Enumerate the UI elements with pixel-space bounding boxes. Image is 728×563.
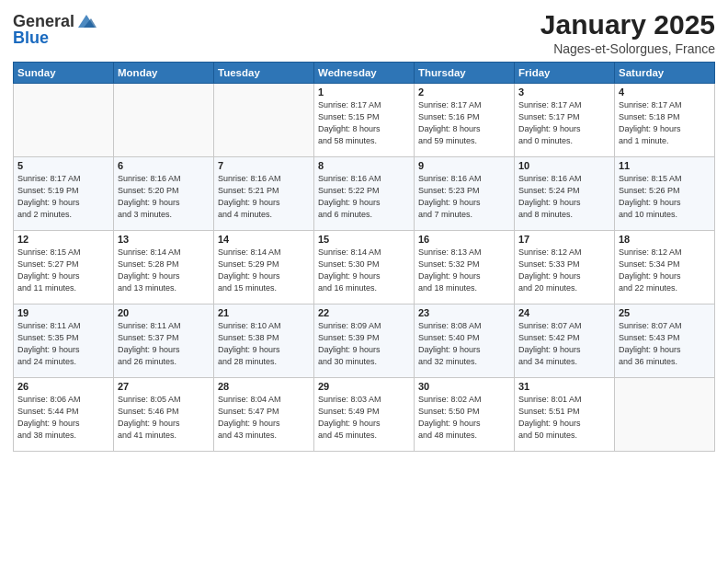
logo: General Blue <box>13 13 97 46</box>
table-row: 9Sunrise: 8:16 AMSunset: 5:23 PMDaylight… <box>415 157 515 231</box>
day-number: 9 <box>418 160 510 171</box>
table-row: 20Sunrise: 8:11 AMSunset: 5:37 PMDayligh… <box>114 304 214 378</box>
table-row: 16Sunrise: 8:13 AMSunset: 5:32 PMDayligh… <box>415 231 515 304</box>
day-info: Sunrise: 8:02 AMSunset: 5:50 PMDaylight:… <box>418 394 510 442</box>
calendar-table: Sunday Monday Tuesday Wednesday Thursday… <box>13 62 715 452</box>
table-row: 17Sunrise: 8:12 AMSunset: 5:33 PMDayligh… <box>515 231 615 304</box>
day-info: Sunrise: 8:13 AMSunset: 5:32 PMDaylight:… <box>418 247 510 294</box>
day-number: 7 <box>218 160 310 171</box>
day-info: Sunrise: 8:16 AMSunset: 5:24 PMDaylight:… <box>518 173 610 221</box>
day-number: 11 <box>619 160 711 171</box>
table-row: 29Sunrise: 8:03 AMSunset: 5:49 PMDayligh… <box>314 378 415 452</box>
logo-icon <box>76 13 97 29</box>
table-row: 31Sunrise: 8:01 AMSunset: 5:51 PMDayligh… <box>515 378 615 452</box>
day-number: 12 <box>17 234 109 245</box>
day-info: Sunrise: 8:05 AMSunset: 5:46 PMDaylight:… <box>118 394 210 442</box>
header: General Blue January 2025 Nages-et-Solor… <box>13 9 715 56</box>
table-row <box>114 84 214 157</box>
table-row: 2Sunrise: 8:17 AMSunset: 5:16 PMDaylight… <box>415 84 515 157</box>
title-block: January 2025 Nages-et-Solorgues, France <box>540 9 715 56</box>
day-number: 28 <box>218 381 310 392</box>
calendar-week-row: 5Sunrise: 8:17 AMSunset: 5:19 PMDaylight… <box>14 157 715 231</box>
table-row: 3Sunrise: 8:17 AMSunset: 5:17 PMDaylight… <box>515 84 615 157</box>
header-thursday: Thursday <box>415 63 515 84</box>
table-row: 27Sunrise: 8:05 AMSunset: 5:46 PMDayligh… <box>114 378 214 452</box>
day-info: Sunrise: 8:11 AMSunset: 5:35 PMDaylight:… <box>17 320 109 368</box>
day-number: 5 <box>17 160 109 171</box>
day-number: 29 <box>318 381 410 392</box>
day-number: 1 <box>318 86 410 98</box>
table-row: 19Sunrise: 8:11 AMSunset: 5:35 PMDayligh… <box>14 304 114 378</box>
header-friday: Friday <box>515 63 615 84</box>
day-info: Sunrise: 8:12 AMSunset: 5:34 PMDaylight:… <box>619 247 711 294</box>
table-row: 1Sunrise: 8:17 AMSunset: 5:15 PMDaylight… <box>314 84 415 157</box>
day-info: Sunrise: 8:16 AMSunset: 5:21 PMDaylight:… <box>218 173 310 221</box>
day-number: 19 <box>17 307 109 318</box>
day-info: Sunrise: 8:03 AMSunset: 5:49 PMDaylight:… <box>318 394 410 442</box>
table-row: 30Sunrise: 8:02 AMSunset: 5:50 PMDayligh… <box>415 378 515 452</box>
day-info: Sunrise: 8:17 AMSunset: 5:15 PMDaylight:… <box>318 99 410 147</box>
day-number: 24 <box>518 307 610 318</box>
day-number: 3 <box>518 86 610 98</box>
day-info: Sunrise: 8:04 AMSunset: 5:47 PMDaylight:… <box>218 394 310 442</box>
logo-general-text: General <box>13 13 74 29</box>
logo-blue-text: Blue <box>13 29 49 46</box>
calendar-week-row: 1Sunrise: 8:17 AMSunset: 5:15 PMDaylight… <box>14 84 715 157</box>
calendar-body: 1Sunrise: 8:17 AMSunset: 5:15 PMDaylight… <box>14 84 715 452</box>
day-number: 6 <box>118 160 210 171</box>
table-row: 28Sunrise: 8:04 AMSunset: 5:47 PMDayligh… <box>214 378 314 452</box>
header-sunday: Sunday <box>14 63 114 84</box>
table-row: 6Sunrise: 8:16 AMSunset: 5:20 PMDaylight… <box>114 157 214 231</box>
day-info: Sunrise: 8:16 AMSunset: 5:20 PMDaylight:… <box>118 173 210 221</box>
calendar-week-row: 26Sunrise: 8:06 AMSunset: 5:44 PMDayligh… <box>14 378 715 452</box>
calendar-header-row: Sunday Monday Tuesday Wednesday Thursday… <box>14 63 715 84</box>
day-number: 22 <box>318 307 410 318</box>
day-number: 31 <box>518 381 610 392</box>
day-info: Sunrise: 8:15 AMSunset: 5:27 PMDaylight:… <box>17 247 109 294</box>
day-info: Sunrise: 8:07 AMSunset: 5:42 PMDaylight:… <box>518 320 610 368</box>
table-row: 10Sunrise: 8:16 AMSunset: 5:24 PMDayligh… <box>515 157 615 231</box>
header-saturday: Saturday <box>615 63 715 84</box>
day-number: 10 <box>518 160 610 171</box>
location: Nages-et-Solorgues, France <box>540 41 715 56</box>
day-info: Sunrise: 8:11 AMSunset: 5:37 PMDaylight:… <box>118 320 210 368</box>
table-row <box>615 378 715 452</box>
table-row: 22Sunrise: 8:09 AMSunset: 5:39 PMDayligh… <box>314 304 415 378</box>
table-row <box>14 84 114 157</box>
day-number: 4 <box>619 86 711 98</box>
day-number: 14 <box>218 234 310 245</box>
day-info: Sunrise: 8:14 AMSunset: 5:30 PMDaylight:… <box>318 247 410 294</box>
table-row: 12Sunrise: 8:15 AMSunset: 5:27 PMDayligh… <box>14 231 114 304</box>
table-row: 4Sunrise: 8:17 AMSunset: 5:18 PMDaylight… <box>615 84 715 157</box>
day-number: 16 <box>418 234 510 245</box>
month-title: January 2025 <box>540 9 715 40</box>
table-row: 26Sunrise: 8:06 AMSunset: 5:44 PMDayligh… <box>14 378 114 452</box>
table-row: 7Sunrise: 8:16 AMSunset: 5:21 PMDaylight… <box>214 157 314 231</box>
day-info: Sunrise: 8:10 AMSunset: 5:38 PMDaylight:… <box>218 320 310 368</box>
day-info: Sunrise: 8:14 AMSunset: 5:29 PMDaylight:… <box>218 247 310 294</box>
day-number: 8 <box>318 160 410 171</box>
table-row: 18Sunrise: 8:12 AMSunset: 5:34 PMDayligh… <box>615 231 715 304</box>
day-number: 23 <box>418 307 510 318</box>
header-tuesday: Tuesday <box>214 63 314 84</box>
day-number: 30 <box>418 381 510 392</box>
table-row: 8Sunrise: 8:16 AMSunset: 5:22 PMDaylight… <box>314 157 415 231</box>
header-wednesday: Wednesday <box>314 63 415 84</box>
day-number: 17 <box>518 234 610 245</box>
table-row: 11Sunrise: 8:15 AMSunset: 5:26 PMDayligh… <box>615 157 715 231</box>
table-row: 14Sunrise: 8:14 AMSunset: 5:29 PMDayligh… <box>214 231 314 304</box>
day-number: 18 <box>619 234 711 245</box>
day-info: Sunrise: 8:16 AMSunset: 5:22 PMDaylight:… <box>318 173 410 221</box>
day-number: 15 <box>318 234 410 245</box>
table-row: 15Sunrise: 8:14 AMSunset: 5:30 PMDayligh… <box>314 231 415 304</box>
day-info: Sunrise: 8:07 AMSunset: 5:43 PMDaylight:… <box>619 320 711 368</box>
calendar-week-row: 19Sunrise: 8:11 AMSunset: 5:35 PMDayligh… <box>14 304 715 378</box>
day-info: Sunrise: 8:06 AMSunset: 5:44 PMDaylight:… <box>17 394 109 442</box>
table-row: 24Sunrise: 8:07 AMSunset: 5:42 PMDayligh… <box>515 304 615 378</box>
day-number: 21 <box>218 307 310 318</box>
table-row: 21Sunrise: 8:10 AMSunset: 5:38 PMDayligh… <box>214 304 314 378</box>
day-info: Sunrise: 8:17 AMSunset: 5:18 PMDaylight:… <box>619 99 711 147</box>
table-row: 23Sunrise: 8:08 AMSunset: 5:40 PMDayligh… <box>415 304 515 378</box>
table-row: 25Sunrise: 8:07 AMSunset: 5:43 PMDayligh… <box>615 304 715 378</box>
day-info: Sunrise: 8:12 AMSunset: 5:33 PMDaylight:… <box>518 247 610 294</box>
